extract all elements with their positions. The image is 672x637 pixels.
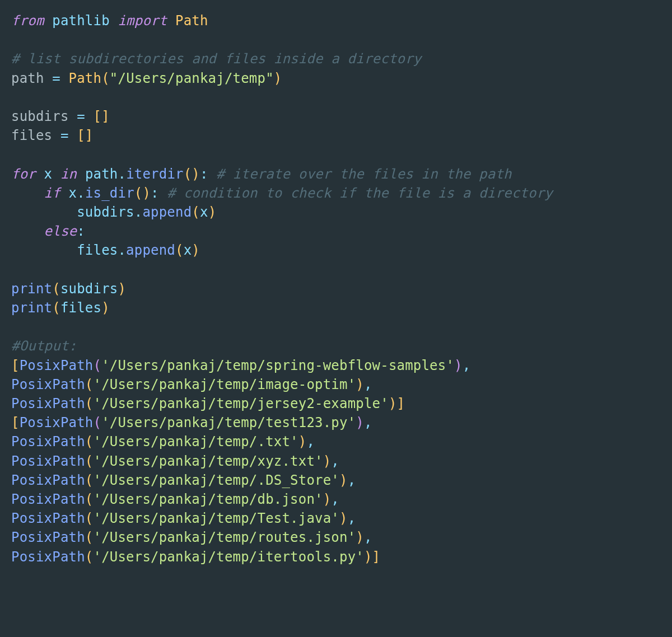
- path-string: '/Users/pankaj/temp/.txt': [94, 434, 298, 449]
- paren-close: ): [323, 491, 332, 507]
- paren-close: ): [142, 185, 151, 201]
- kw-import: import: [118, 13, 167, 29]
- posixpath-name: PosixPath: [11, 491, 85, 507]
- comma: ,: [348, 472, 356, 488]
- kw-for: for: [11, 166, 36, 182]
- kw-if: if: [44, 185, 60, 201]
- fn-print: print: [11, 281, 52, 297]
- posixpath-name: PosixPath: [11, 453, 85, 469]
- inline-comment: # iterate over the files in the path: [216, 166, 511, 182]
- line-6: subdirs = []: [11, 109, 110, 124]
- comma: ,: [331, 453, 339, 469]
- paren-close: ): [339, 472, 348, 488]
- paren-open: (: [85, 549, 94, 565]
- assign-op: =: [52, 128, 77, 143]
- dot: .: [77, 185, 85, 201]
- paren-open: (: [134, 185, 143, 201]
- paren-open: (: [85, 453, 94, 469]
- comma: ,: [331, 491, 339, 507]
- paren-open: (: [85, 510, 94, 526]
- paren-open: (: [85, 377, 94, 392]
- comment-line: # list subdirectories and files inside a…: [11, 51, 421, 67]
- paren-close: ): [208, 204, 217, 220]
- paren-close: ): [323, 453, 332, 469]
- line-9: for x in path.iterdir(): # iterate over …: [11, 166, 512, 182]
- paren-close: ): [192, 166, 200, 182]
- comma: ,: [364, 377, 372, 392]
- line-13: files.append(x): [11, 242, 200, 258]
- dot: .: [134, 204, 143, 220]
- kw-from: from: [11, 13, 44, 29]
- paren-open: (: [184, 166, 192, 182]
- assign-op: =: [69, 109, 94, 124]
- inline-comment: # condition to check if the file is a di…: [167, 185, 553, 201]
- method-iterdir: iterdir: [126, 166, 184, 182]
- posixpath-name: PosixPath: [20, 358, 94, 373]
- comma: ,: [348, 510, 356, 526]
- paren-close: ): [356, 530, 364, 545]
- paren-close: ): [274, 71, 282, 86]
- output-line: PosixPath('/Users/pankaj/temp/Test.java'…: [11, 510, 356, 526]
- paren-open: (: [101, 71, 110, 86]
- obj-files: files: [77, 242, 118, 258]
- paren-open: (: [175, 242, 184, 258]
- output-line: PosixPath('/Users/pankaj/temp/xyz.txt'),: [11, 453, 339, 469]
- code-editor[interactable]: from pathlib import Path # list subdirec…: [0, 0, 672, 578]
- paren-close: ): [356, 377, 364, 392]
- colon: :: [151, 185, 159, 201]
- path-string: '/Users/pankaj/temp/Test.java': [94, 510, 339, 526]
- line-7: files = []: [11, 128, 94, 143]
- paren-open: (: [85, 530, 94, 545]
- posixpath-name: PosixPath: [11, 549, 85, 565]
- line-4: path = Path("/Users/pankaj/temp"): [11, 71, 282, 86]
- paren-open: (: [85, 472, 94, 488]
- paren-open: (: [52, 281, 60, 297]
- fn-print: print: [11, 300, 52, 316]
- output-line: PosixPath('/Users/pankaj/temp/routes.jso…: [11, 530, 372, 545]
- method-isdir: is_dir: [85, 185, 134, 201]
- string-literal: "/Users/pankaj/temp": [110, 71, 274, 86]
- arg-files: files: [60, 300, 101, 316]
- comma: ,: [364, 530, 372, 545]
- output-line: PosixPath('/Users/pankaj/temp/.txt'),: [11, 434, 315, 449]
- paren-open: (: [192, 204, 200, 220]
- comma: ,: [364, 415, 372, 430]
- paren-open: (: [85, 396, 94, 411]
- output-block: [PosixPath('/Users/pankaj/temp/spring-we…: [11, 358, 470, 565]
- paren-close: ): [389, 396, 397, 411]
- output-line: PosixPath('/Users/pankaj/temp/image-opti…: [11, 377, 372, 392]
- paren-open: (: [85, 491, 94, 507]
- module-name: pathlib: [52, 13, 110, 29]
- path-class: Path: [69, 71, 102, 86]
- colon: :: [200, 166, 208, 182]
- line-1: from pathlib import Path: [11, 13, 208, 29]
- empty-list: []: [77, 128, 93, 143]
- path-string: '/Users/pankaj/temp/routes.json': [94, 530, 356, 545]
- paren-close: ): [454, 358, 463, 373]
- kw-else: else: [44, 223, 77, 239]
- var-subdirs: subdirs: [11, 109, 69, 124]
- var-path: path: [11, 71, 44, 86]
- line-16: print(files): [11, 300, 110, 316]
- method-append: append: [142, 204, 192, 220]
- paren-close: ): [364, 549, 372, 565]
- assign-op: =: [44, 71, 69, 86]
- arg-subdirs: subdirs: [60, 281, 118, 297]
- bracket-open: [: [11, 415, 20, 430]
- paren-close: ): [339, 510, 348, 526]
- output-line: PosixPath('/Users/pankaj/temp/jersey2-ex…: [11, 396, 405, 411]
- posixpath-name: PosixPath: [11, 377, 85, 392]
- paren-open: (: [52, 300, 60, 316]
- posixpath-name: PosixPath: [11, 434, 85, 449]
- posixpath-name: PosixPath: [20, 415, 94, 430]
- path-string: '/Users/pankaj/temp/spring-webflow-sampl…: [101, 358, 454, 373]
- arg-x: x: [200, 204, 208, 220]
- comma: ,: [306, 434, 315, 449]
- import-class: Path: [175, 13, 208, 29]
- line-12: else:: [11, 223, 85, 239]
- bracket-close: ]: [397, 396, 405, 411]
- path-string: '/Users/pankaj/temp/xyz.txt': [94, 453, 323, 469]
- output-line: [PosixPath('/Users/pankaj/temp/spring-we…: [11, 358, 470, 373]
- var-files: files: [11, 128, 52, 143]
- posixpath-name: PosixPath: [11, 396, 85, 411]
